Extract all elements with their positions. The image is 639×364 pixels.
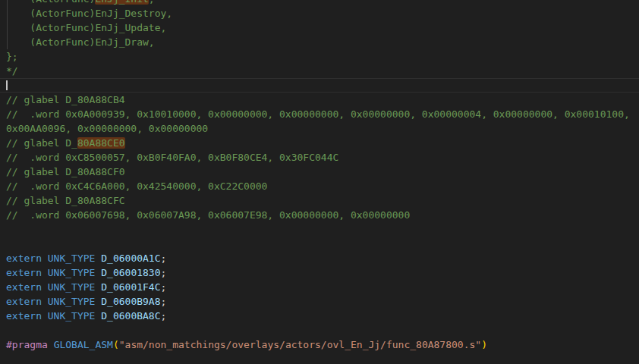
code-token: UNK_TYPE: [48, 310, 96, 322]
code-token: extern: [6, 267, 42, 278]
code-line[interactable]: (ActorFunc)EnJj_Draw,: [0, 35, 639, 49]
code-token: UNK_TYPE: [48, 296, 96, 307]
code-line[interactable]: (ActorFunc)EnJj_Destroy,: [0, 6, 639, 20]
code-token: // .word 0xC8500057, 0xB0F40FA0, 0xB0F80…: [6, 152, 338, 163]
code-editor[interactable]: (ActorFunc)EnJj_Init, (ActorFunc)EnJj_De…: [0, 0, 639, 364]
code-lines: (ActorFunc)EnJj_Init, (ActorFunc)EnJj_De…: [0, 0, 639, 364]
code-token: [42, 281, 48, 293]
code-line[interactable]: // .word 0x0A000939, 0x10010000, 0x00000…: [0, 107, 639, 121]
code-line[interactable]: (ActorFunc)EnJj_Update,: [0, 20, 639, 35]
code-token: // glabel D_80A88CFC: [6, 195, 125, 206]
code-token: D_06000A1C: [101, 253, 160, 264]
code-token: ;: [161, 267, 167, 278]
code-token: D_06001830: [101, 267, 160, 278]
code-line[interactable]: (ActorFunc)EnJj_Init,: [0, 0, 639, 6]
code-line[interactable]: // .word 0xC4C6A000, 0x42540000, 0xC22C0…: [0, 179, 639, 193]
code-token: */: [6, 65, 18, 77]
code-token: D_0600B9A8: [101, 296, 160, 307]
code-token: extern: [6, 296, 42, 307]
code-token: (ActorFunc)EnJj_Draw,: [6, 36, 155, 48]
indent-guide: [7, 0, 8, 6]
code-token: extern: [6, 281, 42, 293]
code-token: [42, 310, 48, 322]
code-token: [48, 339, 54, 350]
code-line[interactable]: [0, 222, 639, 237]
code-token: ;: [161, 253, 167, 264]
code-token: #pragma: [6, 339, 48, 350]
code-token: D_06001F4C: [101, 281, 160, 293]
code-line[interactable]: extern UNK_TYPE D_0600B9A8;: [0, 294, 639, 309]
code-line[interactable]: #pragma GLOBAL_ASM("asm/non_matchings/ov…: [0, 337, 639, 352]
code-token: ;: [161, 296, 167, 307]
code-token: // glabel D_80A88CB4: [6, 94, 125, 105]
code-line[interactable]: 0x00AA0096, 0x00000000, 0x00000000: [0, 121, 639, 136]
code-token: // .word 0x06007698, 0x06007A98, 0x06007…: [6, 209, 410, 221]
code-token: extern: [6, 253, 42, 264]
code-line[interactable]: extern UNK_TYPE D_06001F4C;: [0, 280, 639, 294]
code-token: (ActorFunc)EnJj_Destroy,: [6, 8, 172, 19]
code-token: [42, 267, 48, 278]
code-token: UNK_TYPE: [48, 267, 96, 278]
code-line[interactable]: [0, 352, 639, 364]
code-token: extern: [6, 310, 42, 322]
code-token: (: [113, 339, 119, 350]
code-line[interactable]: [0, 323, 639, 337]
code-line[interactable]: // glabel D_80A88CFC: [0, 193, 639, 208]
code-token: UNK_TYPE: [48, 253, 96, 264]
indent-guide: [7, 6, 8, 20]
code-token: ,: [149, 0, 155, 5]
code-line[interactable]: [0, 237, 639, 251]
code-line[interactable]: // glabel D_80A88CF0: [0, 165, 639, 179]
code-token: UNK_TYPE: [48, 281, 96, 293]
code-token: // glabel D_: [6, 137, 77, 149]
code-token: };: [6, 51, 18, 62]
indent-guide: [7, 35, 8, 49]
search-match-highlight: 80A88CE0: [77, 137, 125, 149]
code-line[interactable]: // glabel D_80A88CE0: [0, 136, 639, 150]
code-token: ;: [161, 310, 167, 322]
code-token: [42, 253, 48, 264]
code-line[interactable]: extern UNK_TYPE D_06000A1C;: [0, 251, 639, 265]
code-line-current[interactable]: [0, 78, 639, 93]
code-token: D_0600BA8C: [101, 310, 160, 322]
code-token: ;: [161, 281, 167, 293]
code-token: // .word 0x0A000939, 0x10010000, 0x00000…: [6, 108, 630, 120]
code-token: (ActorFunc): [6, 0, 95, 5]
code-line[interactable]: extern UNK_TYPE D_0600BA8C;: [0, 309, 639, 323]
text-cursor: [6, 80, 8, 90]
code-token: // .word 0xC4C6A000, 0x42540000, 0xC22C0…: [6, 180, 267, 192]
code-token: 0x00AA0096, 0x00000000, 0x00000000: [6, 123, 208, 134]
code-token: // glabel D_80A88CF0: [6, 166, 125, 177]
code-line[interactable]: // .word 0xC8500057, 0xB0F40FA0, 0xB0F80…: [0, 150, 639, 165]
code-token: ): [481, 339, 487, 350]
indent-guide: [7, 20, 8, 35]
code-line[interactable]: */: [0, 64, 639, 78]
code-line[interactable]: };: [0, 49, 639, 64]
code-token: [42, 296, 48, 307]
code-line[interactable]: extern UNK_TYPE D_06001830;: [0, 265, 639, 280]
code-line[interactable]: // .word 0x06007698, 0x06007A98, 0x06007…: [0, 208, 639, 222]
code-token: GLOBAL_ASM: [54, 339, 113, 350]
code-line[interactable]: // glabel D_80A88CB4: [0, 93, 639, 107]
code-token: (ActorFunc)EnJj_Update,: [6, 22, 166, 33]
search-match-highlight: EnJj_Init: [95, 0, 148, 5]
code-token: "asm/non_matchings/overlays/actors/ovl_E…: [119, 339, 481, 350]
